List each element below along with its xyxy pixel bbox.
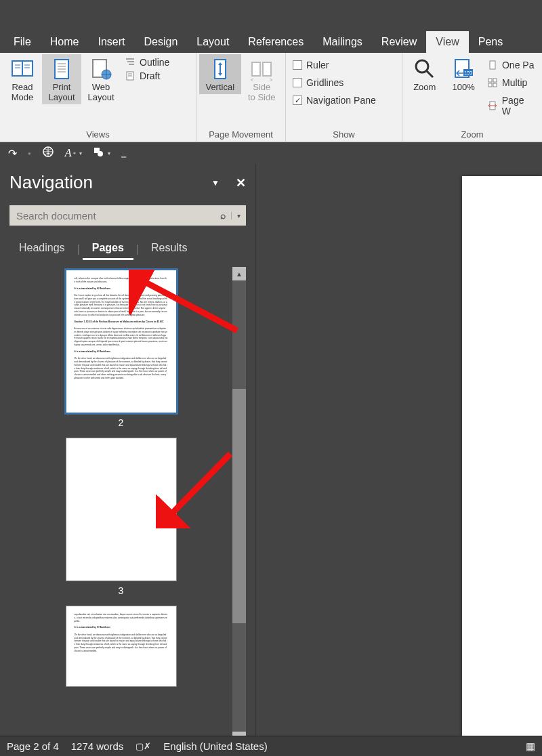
svg-rect-21 xyxy=(252,62,260,76)
quick-access-toolbar: ↷ ● A⁺ ▾ ▾ ⎯ xyxy=(0,142,542,164)
multiple-pages-button[interactable]: Multip xyxy=(487,77,535,88)
customize-icon[interactable]: ⎯ xyxy=(121,148,126,158)
print-layout-button[interactable]: PrintLayout xyxy=(42,54,81,104)
nav-tab-headings[interactable]: Headings xyxy=(9,238,75,260)
draft-button[interactable]: Draft xyxy=(125,70,169,81)
tab-references[interactable]: References xyxy=(238,31,313,53)
svg-rect-32 xyxy=(493,83,497,87)
ruler-checkbox[interactable]: Ruler xyxy=(293,60,376,70)
menu-tab-strip: File Home Insert Design Layout Reference… xyxy=(0,31,542,53)
svg-rect-31 xyxy=(488,83,492,87)
status-proofing-icon[interactable]: ▢✗ xyxy=(136,741,151,751)
navigation-title: Navigation xyxy=(9,172,93,193)
outline-label: Outline xyxy=(140,57,169,68)
svg-rect-22 xyxy=(263,62,271,76)
ribbon-group-zoom: Zoom 100 100% One Pa Multip xyxy=(402,53,542,142)
navigation-pane: Navigation ▼ ✕ ⌕ ▾ Headings | Pages | Re… xyxy=(0,164,256,745)
ruler-label: Ruler xyxy=(306,60,329,70)
navigation-pane-checkbox[interactable]: ✓ Navigation Pane xyxy=(293,95,376,106)
redo-icon[interactable]: ↷ xyxy=(8,147,17,160)
search-box[interactable]: ⌕ ▾ xyxy=(9,205,246,226)
print-layout-icon xyxy=(49,57,74,81)
vertical-button[interactable]: Vertical xyxy=(199,54,241,94)
svg-point-36 xyxy=(98,151,103,156)
document-page[interactable] xyxy=(462,176,542,745)
page-width-label: Page W xyxy=(502,95,535,117)
zoom-button[interactable]: Zoom xyxy=(405,54,444,94)
page-thumbnail-4[interactable]: repudiandae sint et molestiae non recusa… xyxy=(66,606,177,687)
thumbnail-item[interactable]: repudiandae sint et molestiae non recusa… xyxy=(66,606,177,687)
translate-icon[interactable] xyxy=(42,146,54,161)
close-icon[interactable]: ✕ xyxy=(236,175,246,190)
multiple-pages-label: Multip xyxy=(502,77,527,88)
tab-view[interactable]: View xyxy=(426,31,468,53)
tab-home[interactable]: Home xyxy=(41,31,89,53)
status-macro-icon[interactable]: ▦ xyxy=(526,740,535,753)
hundred-label: 100% xyxy=(453,83,475,93)
page-width-button[interactable]: Page W xyxy=(487,95,535,117)
tab-mailings[interactable]: Mailings xyxy=(313,31,372,53)
status-bar: Page 2 of 4 1274 words ▢✗ English (Unite… xyxy=(0,736,542,756)
gridlines-label: Gridlines xyxy=(306,77,343,88)
search-dropdown-icon[interactable]: ▾ xyxy=(231,212,246,219)
status-page[interactable]: Page 2 of 4 xyxy=(7,740,59,752)
status-words[interactable]: 1274 words xyxy=(71,740,124,752)
tab-review[interactable]: Review xyxy=(372,31,426,53)
pane-options-icon[interactable]: ▼ xyxy=(211,178,220,188)
web-layout-label-1: Web xyxy=(92,82,110,92)
one-page-button[interactable]: One Pa xyxy=(487,60,535,70)
tab-insert[interactable]: Insert xyxy=(88,31,134,53)
search-input[interactable] xyxy=(9,210,215,222)
page-thumbnail-3[interactable] xyxy=(66,438,177,581)
web-layout-icon xyxy=(89,57,113,81)
thumbnail-list: will, whereas the conquer also truth whe… xyxy=(9,267,232,745)
shape-icon[interactable] xyxy=(93,146,104,160)
scroll-up-icon[interactable]: ▲ xyxy=(232,267,246,280)
draft-label: Draft xyxy=(140,70,160,81)
outline-icon xyxy=(125,57,136,68)
svg-rect-30 xyxy=(493,79,497,82)
tab-design[interactable]: Design xyxy=(134,31,187,53)
thumbnail-number: 3 xyxy=(119,585,124,596)
title-bar xyxy=(0,0,542,31)
checkbox-checked-icon: ✓ xyxy=(293,96,302,105)
nav-tab-results[interactable]: Results xyxy=(142,238,196,260)
ribbon-group-show: Ruler Gridlines ✓ Navigation Pane Show xyxy=(286,53,402,142)
dropdown-caret-icon[interactable]: ▾ xyxy=(79,150,82,156)
read-mode-button[interactable]: ReadMode xyxy=(3,54,42,104)
scroll-track[interactable] xyxy=(232,280,246,732)
tab-layout[interactable]: Layout xyxy=(187,31,238,53)
navigation-tabs: Headings | Pages | Results xyxy=(9,238,246,260)
tab-separator: | xyxy=(133,243,142,255)
scroll-thumb[interactable] xyxy=(232,389,246,623)
zoom-label: Zoom xyxy=(413,83,436,93)
checkbox-empty-icon xyxy=(293,60,302,70)
document-canvas[interactable] xyxy=(256,164,542,745)
ribbon-view: ReadMode PrintLayout WebLayout Outline xyxy=(0,53,542,142)
tab-file[interactable]: File xyxy=(4,31,41,53)
thumbnail-item[interactable]: will, whereas the conquer also truth whe… xyxy=(66,270,177,428)
dot-icon[interactable]: ● xyxy=(28,150,31,156)
hundred-percent-button[interactable]: 100 100% xyxy=(444,54,482,94)
svg-point-23 xyxy=(416,60,428,72)
ribbon-group-views-label: Views xyxy=(3,128,193,142)
search-icon[interactable]: ⌕ xyxy=(215,210,231,221)
svg-rect-28 xyxy=(490,61,495,69)
dropdown-caret-icon[interactable]: ▾ xyxy=(108,150,110,156)
status-language[interactable]: English (United States) xyxy=(163,740,267,752)
tab-pens[interactable]: Pens xyxy=(469,31,512,53)
navigation-pane-label: Navigation Pane xyxy=(306,95,376,106)
font-color-icon[interactable]: A⁺ xyxy=(65,147,75,159)
web-layout-button[interactable]: WebLayout xyxy=(81,54,121,104)
side-to-side-button[interactable]: Sideto Side xyxy=(241,54,283,104)
nav-tab-pages[interactable]: Pages xyxy=(83,238,133,260)
thumbnail-item[interactable]: 3 xyxy=(66,438,177,596)
print-layout-label-2: Layout xyxy=(48,92,75,102)
side-label-2: to Side xyxy=(248,92,275,102)
gridlines-checkbox[interactable]: Gridlines xyxy=(293,77,376,88)
outline-button[interactable]: Outline xyxy=(125,57,169,68)
web-layout-label-2: Layout xyxy=(87,92,114,102)
page-thumbnail-2[interactable]: will, whereas the conquer also truth whe… xyxy=(66,270,177,413)
one-page-icon xyxy=(487,60,498,70)
thumbnail-scrollbar[interactable]: ▲ ▼ xyxy=(232,267,246,745)
